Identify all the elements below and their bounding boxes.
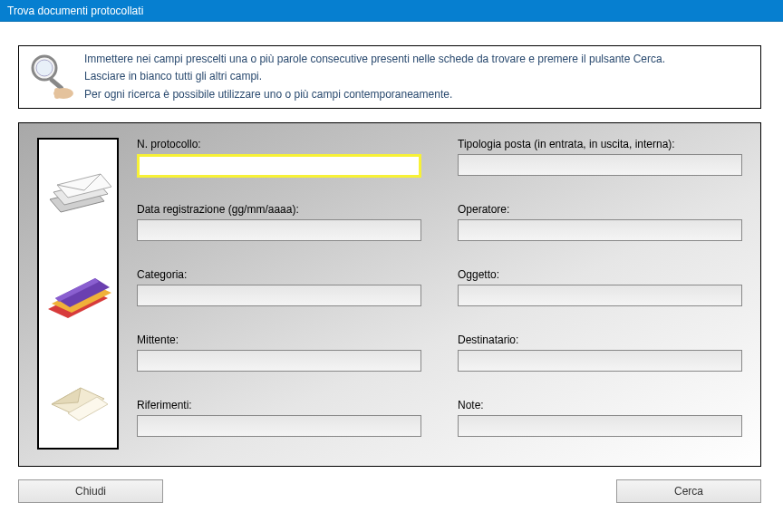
input-categoria[interactable] (137, 285, 421, 306)
input-destinatario[interactable] (458, 350, 742, 372)
folders-icon (44, 262, 111, 325)
instructions-panel: Immettere nei campi prescelti una o più … (18, 45, 761, 109)
label-operatore: Operatore: (458, 203, 742, 216)
input-oggetto[interactable] (458, 285, 742, 306)
label-oggetto: Oggetto: (458, 268, 742, 281)
instructions-line-2: Lasciare in bianco tutti gli altri campi… (84, 68, 665, 85)
label-note: Note: (458, 399, 742, 411)
search-form: N. protocollo: Tipologia posta (in entra… (137, 138, 742, 448)
svg-marker-13 (52, 388, 81, 404)
instructions-line-3: Per ogni ricerca è possibile utilizzare … (84, 86, 665, 103)
close-button[interactable]: Chiudi (18, 479, 163, 503)
label-categoria: Categoria: (137, 268, 421, 281)
input-note[interactable] (458, 415, 742, 437)
client-area: Immettere nei campi prescelti una o più … (0, 22, 783, 532)
magnifier-icon (24, 52, 75, 102)
search-button[interactable]: Cerca (616, 479, 761, 503)
input-operatore[interactable] (458, 219, 742, 241)
instructions-line-1: Immettere nei campi prescelti una o più … (84, 51, 665, 68)
svg-point-1 (36, 60, 53, 76)
input-mittente[interactable] (137, 350, 421, 372)
window-titlebar: Trova documenti protocollati (0, 0, 783, 22)
svg-rect-4 (54, 88, 60, 99)
label-mittente: Mittente: (137, 334, 421, 346)
sidebar-images (37, 138, 119, 450)
instructions-text: Immettere nei campi prescelti una o più … (84, 51, 665, 103)
input-protocollo[interactable] (137, 154, 421, 178)
label-protocollo: N. protocollo: (137, 138, 421, 150)
label-destinatario: Destinatario: (458, 334, 742, 346)
search-panel: N. protocollo: Tipologia posta (in entra… (18, 122, 761, 467)
window-title: Trova documenti protocollati (7, 5, 143, 17)
envelopes-icon (44, 163, 111, 227)
input-data[interactable] (137, 219, 421, 241)
paper-icon (44, 361, 111, 424)
input-riferimenti[interactable] (137, 415, 421, 437)
label-data: Data registrazione (gg/mm/aaaa): (137, 203, 421, 216)
input-tipologia[interactable] (458, 154, 742, 176)
label-riferimenti: Riferimenti: (137, 399, 421, 411)
label-tipologia: Tipologia posta (in entrata, in uscita, … (458, 138, 742, 150)
